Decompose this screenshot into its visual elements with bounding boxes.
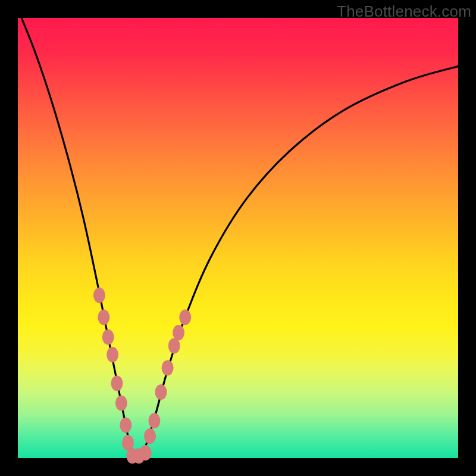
bottleneck-curve [18,9,458,462]
data-bead [148,413,160,428]
data-bead [115,396,127,411]
data-beads-group [93,287,191,464]
watermark-label: TheBottleneck.com [337,2,471,21]
data-bead [162,360,174,375]
plot-area [18,18,458,458]
data-bead [168,338,180,353]
data-bead [93,287,105,303]
data-bead [179,309,191,325]
data-bead [155,384,167,400]
data-bead [173,325,184,340]
data-bead [120,418,131,433]
chart-frame: TheBottleneck.com [0,0,476,476]
data-bead [122,435,134,450]
data-bead [140,445,152,461]
data-bead [144,428,156,444]
curve-svg [18,18,458,458]
data-bead [111,375,123,391]
data-bead [102,330,114,345]
data-bead [107,347,118,362]
data-bead [98,309,109,325]
